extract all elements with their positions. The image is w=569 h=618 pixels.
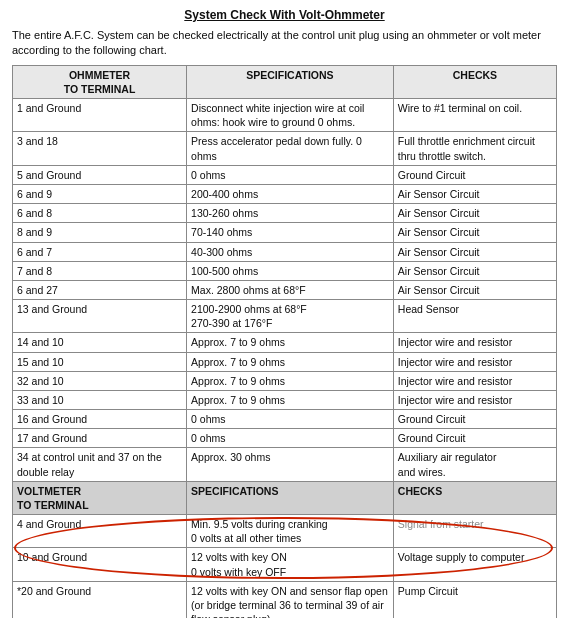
spec-cell: Min. 9.5 volts during cranking0 volts at… <box>187 515 394 548</box>
spec-cell: 40-300 ohms <box>187 242 394 261</box>
spec-cell: 12 volts with key ON0 volts with key OFF <box>187 548 394 581</box>
terminal-cell: 16 and Ground <box>13 410 187 429</box>
table-row: 6 and 27 Max. 2800 ohms at 68°F Air Sens… <box>13 280 557 299</box>
table-row: 3 and 18 Press accelerator pedal down fu… <box>13 132 557 165</box>
check-cell: Pump Circuit <box>393 581 556 618</box>
check-cell: Ground Circuit <box>393 410 556 429</box>
table-row: 17 and Ground 0 ohms Ground Circuit <box>13 429 557 448</box>
col-header-checks: CHECKS <box>393 65 556 98</box>
check-cell: Ground Circuit <box>393 165 556 184</box>
intro-text: The entire A.F.C. System can be checked … <box>12 28 557 59</box>
terminal-cell: 1 and Ground <box>13 99 187 132</box>
check-cell: Injector wire and resistor <box>393 390 556 409</box>
spec-cell: 12 volts with key ON and sensor flap ope… <box>187 581 394 618</box>
terminal-cell: 10 and Ground <box>13 548 187 581</box>
table-row: 8 and 9 70-140 ohms Air Sensor Circuit <box>13 223 557 242</box>
spec-cell: Approx. 7 to 9 ohms <box>187 352 394 371</box>
terminal-cell: 32 and 10 <box>13 371 187 390</box>
spec-cell: Press accelerator pedal down fully. 0 oh… <box>187 132 394 165</box>
terminal-cell: 17 and Ground <box>13 429 187 448</box>
spec-cell: Approx. 7 to 9 ohms <box>187 371 394 390</box>
table-row: 5 and Ground 0 ohms Ground Circuit <box>13 165 557 184</box>
spec-cell: Max. 2800 ohms at 68°F <box>187 280 394 299</box>
check-cell: Air Sensor Circuit <box>393 184 556 203</box>
table-row: 33 and 10 Approx. 7 to 9 ohms Injector w… <box>13 390 557 409</box>
terminal-cell: *20 and Ground <box>13 581 187 618</box>
check-cell: Head Sensor <box>393 300 556 333</box>
table-row: 7 and 8 100-500 ohms Air Sensor Circuit <box>13 261 557 280</box>
check-cell: Injector wire and resistor <box>393 333 556 352</box>
terminal-cell: 6 and 7 <box>13 242 187 261</box>
terminal-cell: 4 and Ground <box>13 515 187 548</box>
terminal-cell: 34 at control unit and 37 on the double … <box>13 448 187 481</box>
table-row: 34 at control unit and 37 on the double … <box>13 448 557 481</box>
terminal-cell: 13 and Ground <box>13 300 187 333</box>
table-wrap: OHMMETERTO TERMINAL SPECIFICATIONS CHECK… <box>12 65 557 618</box>
table-row: 32 and 10 Approx. 7 to 9 ohms Injector w… <box>13 371 557 390</box>
table-row: 15 and 10 Approx. 7 to 9 ohms Injector w… <box>13 352 557 371</box>
check-cell: Injector wire and resistor <box>393 371 556 390</box>
spec-cell: 2100-2900 ohms at 68°F270-390 at 176°F <box>187 300 394 333</box>
table-row: 1 and Ground Disconnect white injection … <box>13 99 557 132</box>
check-cell: Full throttle enrichment circuit thru th… <box>393 132 556 165</box>
voltmeter-header-checks: CHECKS <box>393 481 556 514</box>
table-row: 6 and 7 40-300 ohms Air Sensor Circuit <box>13 242 557 261</box>
spec-cell: Approx. 30 ohms <box>187 448 394 481</box>
check-cell: Wire to #1 terminal on coil. <box>393 99 556 132</box>
terminal-cell: 6 and 27 <box>13 280 187 299</box>
spec-cell: Approx. 7 to 9 ohms <box>187 333 394 352</box>
terminal-cell: 7 and 8 <box>13 261 187 280</box>
terminal-cell: 14 and 10 <box>13 333 187 352</box>
terminal-cell: 6 and 9 <box>13 184 187 203</box>
table-row: 13 and Ground 2100-2900 ohms at 68°F270-… <box>13 300 557 333</box>
page-title: System Check With Volt-Ohmmeter <box>12 8 557 22</box>
terminal-cell: 6 and 8 <box>13 204 187 223</box>
table-row: 10 and Ground 12 volts with key ON0 volt… <box>13 548 557 581</box>
terminal-cell: 15 and 10 <box>13 352 187 371</box>
check-cell: Air Sensor Circuit <box>393 242 556 261</box>
terminal-cell: 5 and Ground <box>13 165 187 184</box>
check-cell: Air Sensor Circuit <box>393 204 556 223</box>
check-cell: Auxiliary air regulatorand wires. <box>393 448 556 481</box>
spec-cell: 200-400 ohms <box>187 184 394 203</box>
table-row: 4 and Ground Min. 9.5 volts during crank… <box>13 515 557 548</box>
voltmeter-header-spec: SPECIFICATIONS <box>187 481 394 514</box>
check-cell: Ground Circuit <box>393 429 556 448</box>
terminal-cell: 8 and 9 <box>13 223 187 242</box>
spec-cell: 130-260 ohms <box>187 204 394 223</box>
terminal-cell: 3 and 18 <box>13 132 187 165</box>
spec-table: OHMMETERTO TERMINAL SPECIFICATIONS CHECK… <box>12 65 557 618</box>
check-cell: Voltage supply to computer <box>393 548 556 581</box>
col-header-terminal: OHMMETERTO TERMINAL <box>13 65 187 98</box>
page: System Check With Volt-Ohmmeter The enti… <box>0 0 569 618</box>
table-row: 6 and 9 200-400 ohms Air Sensor Circuit <box>13 184 557 203</box>
table-row: *20 and Ground 12 volts with key ON and … <box>13 581 557 618</box>
spec-cell: 70-140 ohms <box>187 223 394 242</box>
terminal-cell: 33 and 10 <box>13 390 187 409</box>
spec-cell: 0 ohms <box>187 429 394 448</box>
check-cell: Air Sensor Circuit <box>393 280 556 299</box>
check-cell: Signal from starter <box>393 515 556 548</box>
check-cell: Injector wire and resistor <box>393 352 556 371</box>
spec-cell: Approx. 7 to 9 ohms <box>187 390 394 409</box>
table-row: 14 and 10 Approx. 7 to 9 ohms Injector w… <box>13 333 557 352</box>
table-row: 16 and Ground 0 ohms Ground Circuit <box>13 410 557 429</box>
spec-cell: 100-500 ohms <box>187 261 394 280</box>
col-header-spec: SPECIFICATIONS <box>187 65 394 98</box>
spec-cell: 0 ohms <box>187 410 394 429</box>
check-cell: Air Sensor Circuit <box>393 223 556 242</box>
check-cell: Air Sensor Circuit <box>393 261 556 280</box>
spec-cell: 0 ohms <box>187 165 394 184</box>
voltmeter-header-terminal: VOLTMETERTO TERMINAL <box>13 481 187 514</box>
spec-cell: Disconnect white injection wire at coil … <box>187 99 394 132</box>
table-row: 6 and 8 130-260 ohms Air Sensor Circuit <box>13 204 557 223</box>
